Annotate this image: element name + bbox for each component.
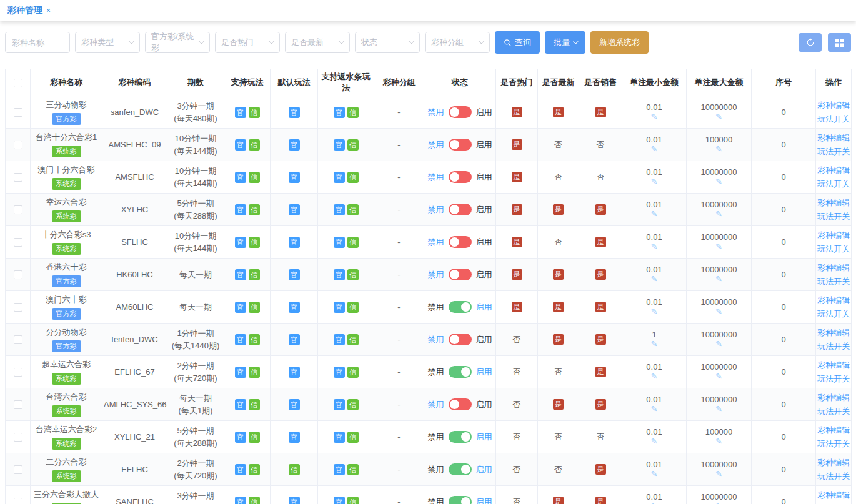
supported-play-cell: 官信: [224, 388, 271, 421]
filter-select-2[interactable]: 官方彩/系统彩: [145, 32, 210, 53]
row-checkbox[interactable]: [14, 141, 22, 149]
edit-lottery-link[interactable]: 彩种编辑: [817, 358, 850, 372]
edit-pencil-icon[interactable]: ✎: [688, 339, 750, 349]
edit-pencil-icon[interactable]: ✎: [688, 307, 750, 317]
column-header: 是否热门: [496, 69, 538, 96]
lottery-type-badge: 系统彩: [52, 146, 81, 157]
edit-pencil-icon[interactable]: ✎: [688, 209, 750, 219]
row-checkbox[interactable]: [14, 400, 22, 409]
lottery-name-input[interactable]: [5, 32, 70, 53]
edit-pencil-icon[interactable]: ✎: [688, 144, 750, 154]
edit-pencil-icon[interactable]: ✎: [624, 242, 685, 252]
edit-pencil-icon[interactable]: ✎: [688, 112, 750, 122]
play-switch-link[interactable]: 玩法开关: [817, 372, 850, 385]
row-checkbox[interactable]: [14, 368, 22, 377]
edit-pencil-icon[interactable]: ✎: [688, 177, 750, 187]
edit-pencil-icon[interactable]: ✎: [688, 372, 750, 382]
edit-lottery-link[interactable]: 彩种编辑: [817, 326, 850, 339]
edit-lottery-link[interactable]: 彩种编辑: [817, 99, 850, 112]
edit-pencil-icon[interactable]: ✎: [624, 469, 685, 479]
play-switch-link[interactable]: 玩法开关: [817, 210, 850, 223]
row-checkbox[interactable]: [14, 498, 22, 504]
play-switch-link[interactable]: 玩法开关: [817, 145, 850, 158]
play-switch-link[interactable]: 玩法开关: [817, 112, 850, 126]
edit-lottery-link[interactable]: 彩种编辑: [817, 488, 850, 502]
status-toggle[interactable]: [449, 366, 472, 378]
row-checkbox[interactable]: [14, 238, 22, 247]
edit-lottery-link[interactable]: 彩种编辑: [817, 456, 850, 469]
edit-pencil-icon[interactable]: ✎: [688, 274, 750, 284]
edit-pencil-icon[interactable]: ✎: [624, 209, 685, 219]
status-toggle[interactable]: [449, 398, 472, 410]
edit-pencil-icon[interactable]: ✎: [688, 242, 750, 252]
status-toggle[interactable]: [449, 431, 472, 443]
row-checkbox[interactable]: [14, 270, 22, 279]
tab-close-icon[interactable]: ×: [46, 6, 51, 15]
filter-select-1[interactable]: 彩种类型: [75, 32, 140, 53]
status-toggle[interactable]: [449, 269, 472, 280]
edit-lottery-link[interactable]: 彩种编辑: [817, 294, 850, 307]
edit-pencil-icon[interactable]: ✎: [624, 307, 685, 317]
edit-lottery-link[interactable]: 彩种编辑: [817, 229, 850, 242]
play-switch-link[interactable]: 玩法开关: [817, 405, 850, 418]
status-toggle[interactable]: [449, 106, 472, 118]
edit-pencil-icon[interactable]: ✎: [688, 502, 750, 504]
edit-lottery-link[interactable]: 彩种编辑: [817, 423, 850, 437]
row-checkbox[interactable]: [14, 433, 22, 442]
edit-pencil-icon[interactable]: ✎: [624, 144, 685, 154]
row-checkbox[interactable]: [14, 173, 22, 182]
edit-lottery-link[interactable]: 彩种编辑: [817, 391, 850, 404]
status-toggle[interactable]: [449, 236, 472, 248]
row-checkbox[interactable]: [14, 303, 22, 312]
edit-lottery-link[interactable]: 彩种编辑: [817, 164, 850, 177]
play-switch-link[interactable]: 玩法开关: [817, 437, 850, 450]
edit-lottery-link[interactable]: 彩种编辑: [817, 196, 850, 209]
status-toggle[interactable]: [449, 139, 472, 151]
edit-pencil-icon[interactable]: ✎: [688, 469, 750, 479]
filter-select-6[interactable]: 彩种分组: [425, 32, 490, 53]
row-checkbox[interactable]: [14, 335, 22, 344]
refresh-button[interactable]: [799, 33, 822, 52]
official-play-tag: 官: [289, 399, 300, 410]
edit-pencil-icon[interactable]: ✎: [688, 437, 750, 447]
column-settings-button[interactable]: [828, 33, 851, 52]
edit-pencil-icon[interactable]: ✎: [688, 404, 750, 414]
status-toggle[interactable]: [449, 334, 472, 345]
edit-lottery-link[interactable]: 彩种编辑: [817, 131, 850, 144]
filter-select-3[interactable]: 是否热门: [215, 32, 280, 53]
play-switch-link[interactable]: 玩法开关: [817, 275, 850, 288]
play-switch-link[interactable]: 玩法开关: [817, 340, 850, 353]
filter-select-4[interactable]: 是否最新: [285, 32, 350, 53]
tab-lottery-management[interactable]: 彩种管理 ×: [7, 5, 51, 16]
play-switch-link[interactable]: 玩法开关: [817, 470, 850, 483]
status-toggle[interactable]: [449, 496, 472, 504]
edit-pencil-icon[interactable]: ✎: [624, 502, 685, 504]
status-toggle[interactable]: [449, 171, 472, 183]
play-switch-link[interactable]: 玩法开关: [817, 502, 850, 504]
add-system-lottery-button[interactable]: 新增系统彩: [590, 31, 649, 54]
status-toggle[interactable]: [449, 463, 472, 475]
play-switch-link[interactable]: 玩法开关: [817, 177, 850, 190]
query-button[interactable]: 查询: [495, 31, 540, 54]
row-checkbox[interactable]: [14, 465, 22, 474]
edit-pencil-icon[interactable]: ✎: [624, 372, 685, 382]
edit-pencil-icon[interactable]: ✎: [624, 404, 685, 414]
edit-pencil-icon[interactable]: ✎: [624, 339, 685, 349]
edit-pencil-icon[interactable]: ✎: [624, 177, 685, 187]
status-toggle[interactable]: [449, 301, 472, 313]
play-switch-link[interactable]: 玩法开关: [817, 242, 850, 255]
row-checkbox[interactable]: [14, 108, 22, 117]
batch-button[interactable]: 批量: [545, 31, 585, 54]
edit-pencil-icon[interactable]: ✎: [624, 112, 685, 122]
filter-select-5[interactable]: 状态: [355, 32, 420, 53]
status-control: 禁用启用: [426, 463, 494, 475]
min-bet-cell: 0.01✎: [622, 129, 687, 161]
status-toggle[interactable]: [449, 204, 472, 215]
select-all-checkbox[interactable]: [14, 79, 22, 87]
edit-lottery-link[interactable]: 彩种编辑: [817, 261, 850, 274]
sequence-value: 0: [781, 367, 785, 377]
row-checkbox[interactable]: [14, 205, 22, 214]
edit-pencil-icon[interactable]: ✎: [624, 274, 685, 284]
edit-pencil-icon[interactable]: ✎: [624, 437, 685, 447]
play-switch-link[interactable]: 玩法开关: [817, 307, 850, 320]
